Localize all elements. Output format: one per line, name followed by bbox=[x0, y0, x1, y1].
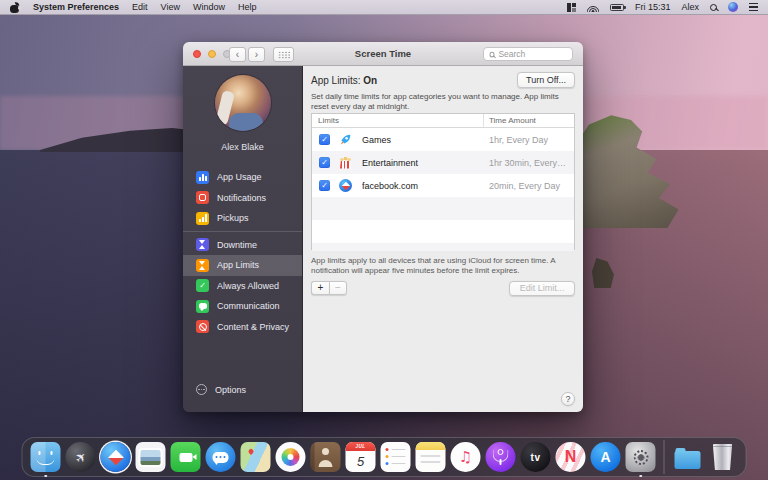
menu-edit[interactable]: Edit bbox=[132, 0, 148, 15]
dock-photos-icon[interactable] bbox=[275, 441, 307, 473]
sidebar-item-label: App Usage bbox=[217, 172, 262, 182]
menu-window[interactable]: Window bbox=[193, 0, 225, 15]
remove-limit-button[interactable]: − bbox=[329, 281, 347, 295]
siri-icon[interactable] bbox=[728, 2, 738, 12]
sidebar-item-content-privacy[interactable]: Content & Privacy bbox=[183, 317, 302, 338]
dock-appstore-icon[interactable]: A bbox=[590, 441, 622, 473]
add-remove-control: + − bbox=[311, 281, 347, 295]
menu-user[interactable]: Alex bbox=[681, 0, 699, 15]
dock-notes-icon[interactable] bbox=[415, 441, 447, 473]
app-badge-icon bbox=[196, 191, 209, 204]
sidebar-item-always-allowed[interactable]: ✓ Always Allowed bbox=[183, 276, 302, 297]
notification-center-icon[interactable] bbox=[749, 3, 758, 11]
sidebar: Alex Blake App Usage Notifications P bbox=[183, 66, 303, 412]
row-time: 1hr, Every Day bbox=[489, 135, 548, 145]
sidebar-item-label: Always Allowed bbox=[217, 281, 279, 291]
facebook-checkbox[interactable]: ✓ bbox=[319, 180, 330, 191]
row-time: 1hr 30min, Every… bbox=[489, 158, 566, 168]
sidebar-item-label: Content & Privacy bbox=[217, 322, 289, 332]
sidebar-item-communication[interactable]: Communication bbox=[183, 296, 302, 317]
row-label: Entertainment bbox=[362, 158, 418, 168]
battery-icon[interactable] bbox=[610, 4, 624, 11]
input-source-icon[interactable] bbox=[567, 3, 576, 12]
sidebar-item-downtime[interactable]: Downtime bbox=[183, 235, 302, 256]
dock-downloads-folder-icon[interactable] bbox=[672, 441, 704, 473]
sidebar-options[interactable]: Options bbox=[196, 384, 246, 395]
sidebar-item-label: Downtime bbox=[217, 240, 257, 250]
prohibition-icon bbox=[196, 320, 209, 333]
menu-clock[interactable]: Fri 15:31 bbox=[635, 0, 671, 15]
heading-label: App Limits: bbox=[311, 75, 360, 86]
table-row-entertainment[interactable]: ✓ Entertainment 1hr 30min, Every… bbox=[312, 151, 574, 174]
window-titlebar[interactable]: ‹ › Screen Time bbox=[183, 42, 583, 66]
dock-calendar-icon[interactable]: JUL 5 bbox=[345, 441, 377, 473]
dock-maps-icon[interactable] bbox=[240, 441, 272, 473]
sidebar-item-notifications[interactable]: Notifications bbox=[183, 188, 302, 209]
sidebar-item-label: Pickups bbox=[217, 213, 249, 223]
calendar-day: 5 bbox=[346, 451, 376, 472]
menu-app-name[interactable]: System Preferences bbox=[33, 0, 119, 15]
menu-view[interactable]: View bbox=[161, 0, 180, 15]
dock-separator bbox=[664, 440, 665, 474]
sidebar-item-label: Notifications bbox=[217, 193, 266, 203]
screen-time-window: ‹ › Screen Time Alex Blake App Usage bbox=[183, 42, 583, 412]
dock-launchpad-icon[interactable]: ✈ bbox=[65, 441, 97, 473]
dock-music-icon[interactable]: ♫ bbox=[450, 441, 482, 473]
dock-contacts-icon[interactable] bbox=[310, 441, 342, 473]
dock-system-preferences-icon[interactable] bbox=[625, 441, 657, 473]
calendar-month: JUL bbox=[346, 442, 376, 451]
user-avatar[interactable] bbox=[215, 75, 271, 131]
page-title: App Limits: On bbox=[311, 75, 377, 86]
dock-messages-icon[interactable] bbox=[205, 441, 237, 473]
table-row-facebook[interactable]: ✓ facebook.com 20min, Every Day bbox=[312, 174, 574, 197]
menu-bar: System Preferences Edit View Window Help… bbox=[0, 0, 768, 15]
turn-off-button[interactable]: Turn Off... bbox=[517, 72, 575, 88]
apple-menu-icon[interactable] bbox=[10, 1, 20, 13]
safari-compass-icon bbox=[339, 179, 352, 192]
sidebar-item-app-usage[interactable]: App Usage bbox=[183, 167, 302, 188]
pickups-chart-icon bbox=[196, 212, 209, 225]
row-time: 20min, Every Day bbox=[489, 181, 560, 191]
row-label: Games bbox=[362, 135, 391, 145]
description-text: Set daily time limits for app categories… bbox=[311, 92, 575, 113]
games-checkbox[interactable]: ✓ bbox=[319, 134, 330, 145]
help-button[interactable]: ? bbox=[561, 392, 575, 406]
sidebar-items: App Usage Notifications Pickups Downtime bbox=[183, 167, 302, 337]
wifi-icon[interactable] bbox=[587, 3, 599, 12]
dock-preview-icon[interactable] bbox=[135, 441, 167, 473]
sidebar-item-label: Communication bbox=[217, 301, 280, 311]
sidebar-item-label: App Limits bbox=[217, 260, 259, 270]
dock-reminders-icon[interactable] bbox=[380, 441, 412, 473]
sidebar-item-app-limits[interactable]: App Limits bbox=[183, 255, 302, 276]
table-header[interactable]: Limits Time Amount bbox=[312, 114, 574, 128]
limits-table: Limits Time Amount ✓ Games 1hr, Every Da… bbox=[311, 113, 575, 250]
dock-finder-icon[interactable] bbox=[30, 441, 62, 473]
dock-news-icon[interactable]: N bbox=[555, 441, 587, 473]
edit-limit-button[interactable]: Edit Limit... bbox=[509, 281, 575, 296]
bar-chart-icon bbox=[196, 171, 209, 184]
dock-facetime-icon[interactable] bbox=[170, 441, 202, 473]
main-panel: App Limits: On Turn Off... Set daily tim… bbox=[303, 66, 583, 412]
table-row-empty bbox=[312, 220, 574, 243]
gear-icon bbox=[633, 450, 648, 465]
entertainment-checkbox[interactable]: ✓ bbox=[319, 157, 330, 168]
rocket-icon bbox=[339, 133, 352, 146]
speech-bubble-icon bbox=[196, 300, 209, 313]
column-time-amount[interactable]: Time Amount bbox=[489, 116, 536, 125]
column-limits[interactable]: Limits bbox=[318, 116, 339, 125]
options-label: Options bbox=[215, 385, 246, 395]
menu-help[interactable]: Help bbox=[238, 0, 257, 15]
spotlight-icon[interactable] bbox=[710, 4, 717, 11]
dock-trash-icon[interactable] bbox=[707, 441, 739, 473]
dock-podcasts-icon[interactable] bbox=[485, 441, 517, 473]
search-field[interactable] bbox=[483, 47, 573, 61]
sidebar-item-pickups[interactable]: Pickups bbox=[183, 208, 302, 229]
running-indicator bbox=[639, 475, 642, 478]
hourglass-icon bbox=[196, 259, 209, 272]
search-input[interactable] bbox=[498, 49, 567, 59]
add-limit-button[interactable]: + bbox=[311, 281, 329, 295]
table-row-games[interactable]: ✓ Games 1hr, Every Day bbox=[312, 128, 574, 151]
checkmark-icon: ✓ bbox=[196, 279, 209, 292]
dock-safari-icon[interactable] bbox=[100, 441, 132, 473]
dock-tv-icon[interactable]: tv bbox=[520, 441, 552, 473]
